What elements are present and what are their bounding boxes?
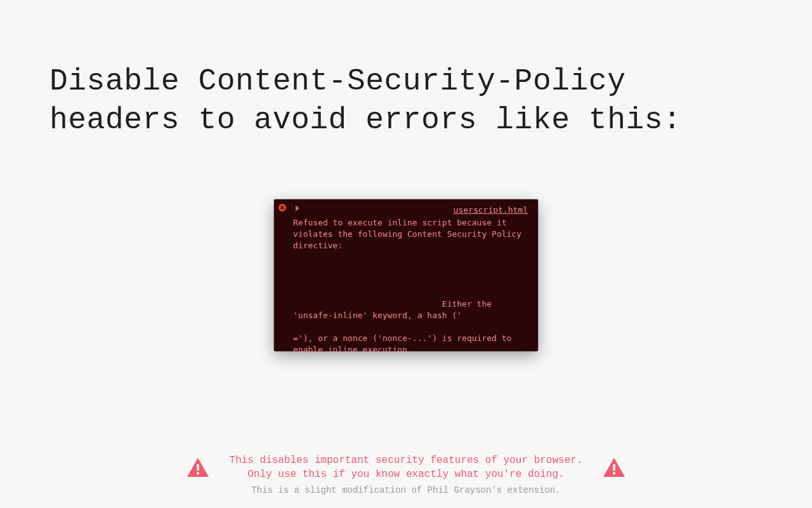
source-file-link[interactable]: userscript.html	[454, 204, 528, 216]
page-title: Disable Content-Security-Policy headers …	[49, 62, 763, 140]
warning-icon	[603, 457, 625, 478]
footer: This disables important security feature…	[0, 453, 812, 497]
warning-line-1: This disables important security feature…	[230, 453, 583, 467]
svg-rect-4	[197, 472, 199, 475]
error-message-bottom: Either the 'unsafe-inline' keyword, a ha…	[293, 298, 528, 356]
svg-rect-3	[197, 464, 199, 471]
svg-rect-7	[613, 472, 616, 475]
console-inner: userscript.html Refused to execute inlin…	[274, 199, 538, 351]
expand-caret-icon[interactable]	[296, 205, 299, 211]
warning-icon	[187, 457, 209, 478]
footer-text: This disables important security feature…	[230, 453, 583, 497]
attribution-line: This is a slight modification of Phil Gr…	[230, 484, 583, 497]
page: Disable Content-Security-Policy headers …	[0, 0, 812, 508]
close-icon	[278, 204, 286, 211]
svg-rect-6	[613, 464, 616, 471]
warning-line-2: Only use this if you know exactly what y…	[230, 467, 583, 481]
devtools-console-error: userscript.html Refused to execute inlin…	[274, 199, 538, 351]
error-message-top: Refused to execute inline script because…	[293, 217, 528, 251]
